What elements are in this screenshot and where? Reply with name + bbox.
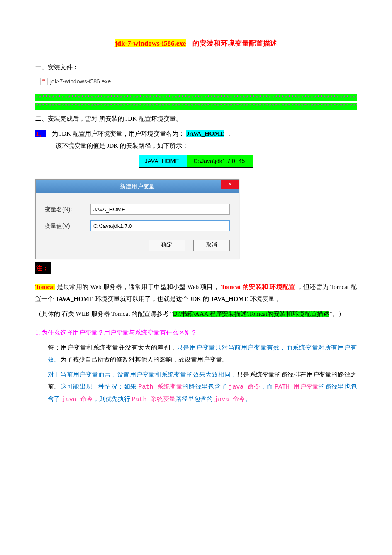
installer-file-name: jdk-7-windows-i586.exe xyxy=(50,76,111,87)
close-icon[interactable]: × xyxy=(221,180,239,189)
section-1-heading: 一、安装文件： xyxy=(35,62,357,73)
section-2-heading: 二、安装完成后，需对 所安装的 JDK 配置坏境变量。 xyxy=(35,113,357,125)
env-var-table: JAVA_HOME C:\Java\jdk1.7.0_45 xyxy=(139,155,253,168)
step-1-text-b: ， xyxy=(226,130,232,137)
ok-button[interactable]: 确定 xyxy=(149,240,185,251)
java-home-bold-1: JAVA_HOME xyxy=(56,296,93,302)
divider-stripe-1: ****************************************… xyxy=(35,94,357,101)
tomcat-install-text: Tomcat 的安装和 环境配置 xyxy=(221,284,295,290)
tomcat-label: Tomcat xyxy=(35,284,55,290)
dialog-title: 新建用户变量 xyxy=(120,181,155,192)
table-row: JAVA_HOME C:\Java\jdk1.7.0_45 xyxy=(139,155,253,168)
note-label: 注： xyxy=(35,262,51,274)
divider-stripe-2: ****************************************… xyxy=(35,103,357,110)
title-highlight: jdk-7-windows-i586.exe xyxy=(115,39,186,47)
java-icon xyxy=(40,78,48,85)
new-user-variable-dialog: 新建用户变量 × 变量名(N): JAVA_HOME 变量值(V): C:\Ja… xyxy=(35,179,239,259)
env-key-cell: JAVA_HOME xyxy=(139,155,187,168)
step-1-text-a: 为 JDK 配置用户环境变量，用户环境变量名为： xyxy=(52,130,186,137)
cancel-button[interactable]: 取消 xyxy=(193,240,230,251)
document-title: jdk-7-windows-i586.exe 的安装和环境变量配置描述 xyxy=(35,37,357,50)
installer-file-row: jdk-7-windows-i586.exe xyxy=(35,76,357,87)
qa-answer-1: 答：用户变量和系统变量并没有太大的差别，只是用户变量只对当前用户变量有效，而系统… xyxy=(35,342,357,365)
step-number-badge: 1、 xyxy=(35,130,46,137)
variable-value-label: 变量值(V): xyxy=(45,221,90,231)
qa-answer-2: 对于当前用户变量而言，设置用户变量和系统变量的效果大致相同，只是系统变量的路径排… xyxy=(35,369,357,406)
variable-value-input[interactable]: C:\Java\jdk1.7.0 xyxy=(90,220,230,231)
note-paragraph-2: （具体的 有关 WEB 服务器 Tomcat 的配置请参考 "D:\书籍\AAA… xyxy=(35,308,357,320)
dialog-row-name: 变量名(N): JAVA_HOME xyxy=(45,204,230,215)
note-paragraph-1: Tomcat 是最常用的 Web 服务器，通常用于中型和小型 Web 项目， T… xyxy=(35,281,357,305)
dialog-button-row: 确定 取消 xyxy=(45,237,230,251)
java-home-bold-2: JAVA_HOME xyxy=(210,296,248,302)
document-page: jdk-7-windows-i586.exe 的安装和环境变量配置描述 一、安装… xyxy=(0,0,392,555)
variable-name-input[interactable]: JAVA_HOME xyxy=(90,204,230,215)
variable-name-label: 变量名(N): xyxy=(45,204,90,215)
java-home-label: JAVA_HOME xyxy=(186,130,224,137)
dialog-titlebar[interactable]: 新建用户变量 × xyxy=(36,180,239,193)
qa-question: 1. 为什么选择用户变量？用户变量与系统变量有什么区别？ xyxy=(35,327,357,339)
dialog-row-value: 变量值(V): C:\Java\jdk1.7.0 xyxy=(45,220,230,231)
title-rest: 的安装和环境变量配置描述 xyxy=(192,39,277,47)
step-1-line2: 该环境变量的值是 JDK 的安装路径，如下所示： xyxy=(56,142,188,149)
env-value-cell: C:\Java\jdk1.7.0_45 xyxy=(187,155,253,168)
reference-path: D:\书籍\AAA 程序安装描述\Tomcat的安装和环境配置描述 xyxy=(173,311,330,317)
dialog-body: 变量名(N): JAVA_HOME 变量值(V): C:\Java\jdk1.7… xyxy=(36,193,239,259)
step-1: 1、 为 JDK 配置用户环境变量，用户环境变量名为： JAVA_HOME ， … xyxy=(35,128,357,152)
